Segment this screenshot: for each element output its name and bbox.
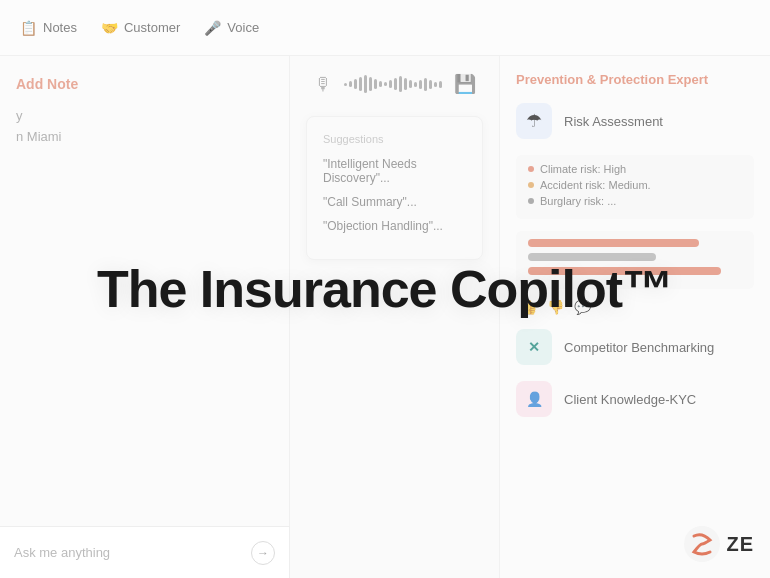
- risk-accident: Accident risk: Medium.: [528, 179, 742, 191]
- arrow-icon: →: [257, 546, 269, 560]
- wave-bar: [399, 76, 402, 92]
- suggestions-box: Suggestions "Intelligent Needs Discovery…: [306, 116, 483, 260]
- note-line-2: n Miami: [16, 129, 273, 144]
- logo-text: ZE: [726, 533, 754, 556]
- tab-customer-label: Customer: [124, 20, 180, 35]
- competitor-label: Competitor Benchmarking: [564, 340, 714, 355]
- risk-climate: Climate risk: High: [528, 163, 742, 175]
- wave-bar: [354, 79, 357, 89]
- wave-bar: [409, 80, 412, 88]
- risk-burglary: Burglary risk: ...: [528, 195, 742, 207]
- suggestion-1[interactable]: "Intelligent Needs Discovery"...: [323, 157, 466, 185]
- tab-notes-label: Notes: [43, 20, 77, 35]
- risk-assessment-icon: ☂: [516, 103, 552, 139]
- bar-3: [528, 267, 721, 275]
- thumbs-up-icon[interactable]: 👍: [520, 299, 537, 315]
- feature-kyc[interactable]: 👤 Client Knowledge-KYC: [516, 381, 754, 417]
- wave-bar: [419, 80, 422, 89]
- wave-bar: [379, 81, 382, 87]
- wave-bar: [439, 81, 442, 88]
- risk-assessment-label: Risk Assessment: [564, 114, 663, 129]
- wave-bar: [394, 78, 397, 90]
- wave-bar: [359, 77, 362, 91]
- customer-icon: 🤝: [101, 20, 118, 36]
- risk-burglary-label: Burglary risk: ...: [540, 195, 616, 207]
- tab-voice[interactable]: 🎤 Voice: [204, 20, 259, 36]
- risk-bullets: Climate risk: High Accident risk: Medium…: [516, 155, 754, 219]
- wave-bar: [344, 83, 347, 86]
- feature-competitor[interactable]: ✕ Competitor Benchmarking: [516, 329, 754, 365]
- wave-bar: [404, 78, 407, 90]
- response-bars: [516, 231, 754, 289]
- save-icon[interactable]: 💾: [454, 73, 476, 95]
- risk-dot-accident: [528, 182, 534, 188]
- right-panel-title: Prevention & Protection Expert: [516, 72, 754, 87]
- audio-controls: 🎙 💾: [314, 72, 476, 96]
- risk-dot-burglary: [528, 198, 534, 204]
- notes-icon: 📋: [20, 20, 37, 36]
- feature-risk-assessment[interactable]: ☂ Risk Assessment: [516, 103, 754, 139]
- bar-1: [528, 239, 699, 247]
- right-panel: Prevention & Protection Expert ☂ Risk As…: [500, 56, 770, 578]
- logo-svg-icon: [684, 526, 720, 562]
- tab-notes[interactable]: 📋 Notes: [20, 20, 77, 36]
- note-line-1: y: [16, 108, 273, 123]
- panel-title: Add Note: [16, 76, 273, 92]
- feedback-icons: 👍 👎 💬: [516, 299, 754, 315]
- wave-bar: [349, 81, 352, 87]
- suggestion-3[interactable]: "Objection Handling"...: [323, 219, 466, 233]
- tab-customer[interactable]: 🤝 Customer: [101, 20, 180, 36]
- risk-dot-climate: [528, 166, 534, 172]
- waveform: [344, 72, 442, 96]
- ask-me-placeholder: Ask me anything: [14, 545, 241, 560]
- input-bar[interactable]: Ask me anything →: [0, 526, 290, 578]
- center-panel: 🎙 💾 Suggestions "Intelligent Needs Disco…: [290, 56, 500, 578]
- mic-icon[interactable]: 🎙: [314, 74, 332, 95]
- wave-bar: [384, 82, 387, 86]
- suggestions-title: Suggestions: [323, 133, 466, 145]
- risk-climate-label: Climate risk: High: [540, 163, 626, 175]
- wave-bar: [374, 79, 377, 89]
- risk-accident-label: Accident risk: Medium.: [540, 179, 651, 191]
- suggestion-2[interactable]: "Call Summary"...: [323, 195, 466, 209]
- tab-voice-label: Voice: [227, 20, 259, 35]
- competitor-icon: ✕: [516, 329, 552, 365]
- kyc-label: Client Knowledge-KYC: [564, 392, 696, 407]
- left-panel: Add Note y n Miami: [0, 56, 290, 578]
- wave-bar: [389, 80, 392, 88]
- logo-badge: ZE: [684, 526, 754, 562]
- thumbs-down-icon[interactable]: 👎: [547, 299, 564, 315]
- wave-bar: [424, 78, 427, 91]
- submit-arrow[interactable]: →: [251, 541, 275, 565]
- bar-2: [528, 253, 656, 261]
- wave-bar: [434, 82, 437, 87]
- wave-bar: [429, 80, 432, 89]
- voice-icon: 🎤: [204, 20, 221, 36]
- comment-icon[interactable]: 💬: [574, 299, 591, 315]
- wave-bar: [369, 77, 372, 91]
- top-nav: 📋 Notes 🤝 Customer 🎤 Voice: [0, 0, 770, 56]
- kyc-icon: 👤: [516, 381, 552, 417]
- wave-bar: [414, 82, 417, 87]
- wave-bar: [364, 75, 367, 93]
